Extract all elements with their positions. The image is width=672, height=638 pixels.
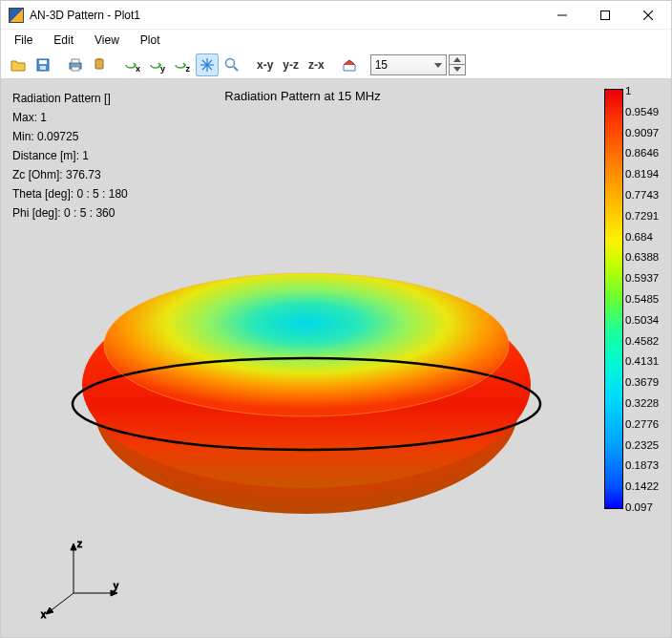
- info-line: Min: 0.09725: [12, 127, 128, 146]
- colorbar-ticks: 1 0.9549 0.9097 0.8646 0.8194 0.7743 0.7…: [625, 85, 667, 513]
- minimize-button[interactable]: [540, 2, 583, 29]
- colorbar-tick: 0.4131: [625, 355, 667, 367]
- colorbar-tick: 0.8646: [625, 147, 667, 159]
- info-line: Phi [deg]: 0 : 5 : 360: [12, 203, 128, 223]
- rotate-y-button[interactable]: y: [146, 53, 169, 76]
- svg-point-20: [104, 273, 509, 416]
- info-block: Radiation Pattern [] Max: 1 Min: 0.09725…: [12, 89, 128, 223]
- colorbar-tick: 0.6388: [625, 251, 667, 263]
- colorbar-tick: 0.2325: [625, 439, 667, 451]
- colorbar-tick: 1: [625, 85, 667, 96]
- colorbar-tick: 0.5034: [625, 314, 667, 326]
- axis-z-label: z: [186, 64, 191, 74]
- axis-y-label: y: [114, 581, 118, 591]
- frequency-value: 15: [375, 58, 388, 72]
- rotate-z-button[interactable]: z: [171, 53, 194, 76]
- svg-rect-11: [97, 58, 101, 60]
- save-button[interactable]: [32, 53, 54, 76]
- spinner-down-icon[interactable]: [450, 65, 465, 74]
- colorbar-tick: 0.1422: [625, 480, 667, 492]
- svg-rect-9: [72, 67, 79, 71]
- title-bar: AN-3D Pattern - Plot1: [1, 1, 671, 30]
- info-line: Radiation Pattern []: [12, 89, 128, 108]
- colorbar-tick: 0.1873: [625, 459, 667, 471]
- axis-x-label: x: [41, 609, 46, 620]
- menu-edit[interactable]: Edit: [44, 32, 83, 49]
- colorbar-tick: 0.9097: [625, 127, 667, 138]
- open-button[interactable]: [7, 53, 30, 76]
- home-button[interactable]: [338, 53, 361, 76]
- svg-line-17: [234, 67, 238, 71]
- toolbar: x y z x-y y-z z-x 15: [1, 51, 671, 79]
- colorbar-tick: 0.8194: [625, 168, 667, 180]
- plot-canvas[interactable]: Radiation Pattern at 15 MHz Radiation Pa…: [1, 79, 671, 637]
- menu-view[interactable]: View: [85, 32, 129, 49]
- colorbar-tick: 0.3679: [625, 376, 667, 388]
- colorbar-tick: 0.097: [625, 501, 667, 513]
- svg-rect-1: [600, 11, 609, 19]
- colorbar: [604, 89, 623, 509]
- svg-rect-8: [72, 59, 79, 63]
- rotate-x-button[interactable]: x: [121, 53, 144, 76]
- zoom-button[interactable]: [220, 53, 243, 76]
- copy-button[interactable]: [89, 53, 112, 76]
- svg-rect-10: [95, 59, 103, 69]
- frequency-combo[interactable]: 15: [370, 54, 447, 75]
- colorbar-tick: 0.2776: [625, 418, 667, 430]
- plane-xy-button[interactable]: x-y: [253, 58, 277, 72]
- plane-zx-button[interactable]: z-x: [304, 58, 328, 72]
- print-button[interactable]: [64, 53, 87, 76]
- frequency-spinner[interactable]: [449, 54, 466, 75]
- axes-triad: z y x: [39, 534, 125, 620]
- svg-point-16: [226, 58, 235, 67]
- menu-bar: File Edit View Plot: [1, 30, 671, 51]
- colorbar-tick: 0.3228: [625, 397, 667, 409]
- info-line: Theta [deg]: 0 : 5 : 180: [12, 184, 128, 203]
- window-title: AN-3D Pattern - Plot1: [30, 9, 140, 22]
- colorbar-tick: 0.5937: [625, 272, 667, 284]
- svg-rect-6: [40, 66, 46, 70]
- radiation-pattern-surface: [68, 261, 545, 528]
- colorbar-tick: 0.7291: [625, 210, 667, 222]
- app-icon: [9, 8, 24, 23]
- axis-z-label: z: [77, 539, 82, 549]
- info-line: Zc [Ohm]: 376.73: [12, 165, 128, 184]
- spinner-up-icon[interactable]: [450, 55, 465, 66]
- colorbar-tick: 0.684: [625, 231, 667, 243]
- rotate-free-button[interactable]: [196, 53, 219, 76]
- close-button[interactable]: [626, 2, 669, 29]
- svg-line-25: [49, 593, 74, 612]
- menu-plot[interactable]: Plot: [131, 32, 170, 49]
- plane-yz-button[interactable]: y-z: [279, 58, 303, 72]
- colorbar-tick: 0.7743: [625, 189, 667, 201]
- colorbar-tick: 0.9549: [625, 106, 667, 117]
- maximize-button[interactable]: [583, 2, 626, 29]
- info-line: Distance [m]: 1: [12, 146, 128, 165]
- axis-x-label: x: [136, 64, 140, 74]
- svg-rect-5: [39, 60, 47, 64]
- colorbar-tick: 0.5485: [625, 293, 667, 305]
- colorbar-tick: 0.4582: [625, 335, 667, 347]
- menu-file[interactable]: File: [5, 32, 42, 49]
- axis-y-label: y: [160, 64, 165, 74]
- info-line: Max: 1: [12, 108, 128, 127]
